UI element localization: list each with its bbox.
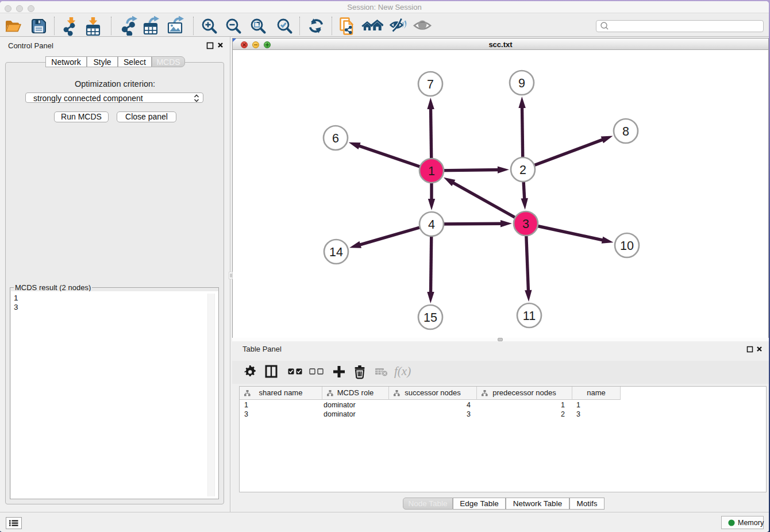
svg-text:9: 9 — [518, 76, 525, 90]
svg-text:8: 8 — [622, 125, 629, 138]
svg-text:11: 11 — [523, 309, 536, 323]
svg-text:4: 4 — [428, 218, 435, 232]
svg-text:1: 1 — [428, 164, 435, 178]
svg-text:2: 2 — [519, 163, 526, 177]
svg-text:15: 15 — [424, 311, 437, 325]
svg-text:6: 6 — [332, 132, 339, 145]
svg-text:7: 7 — [427, 78, 434, 91]
svg-text:10: 10 — [620, 239, 634, 253]
svg-text:3: 3 — [522, 217, 529, 231]
svg-text:14: 14 — [329, 245, 343, 259]
